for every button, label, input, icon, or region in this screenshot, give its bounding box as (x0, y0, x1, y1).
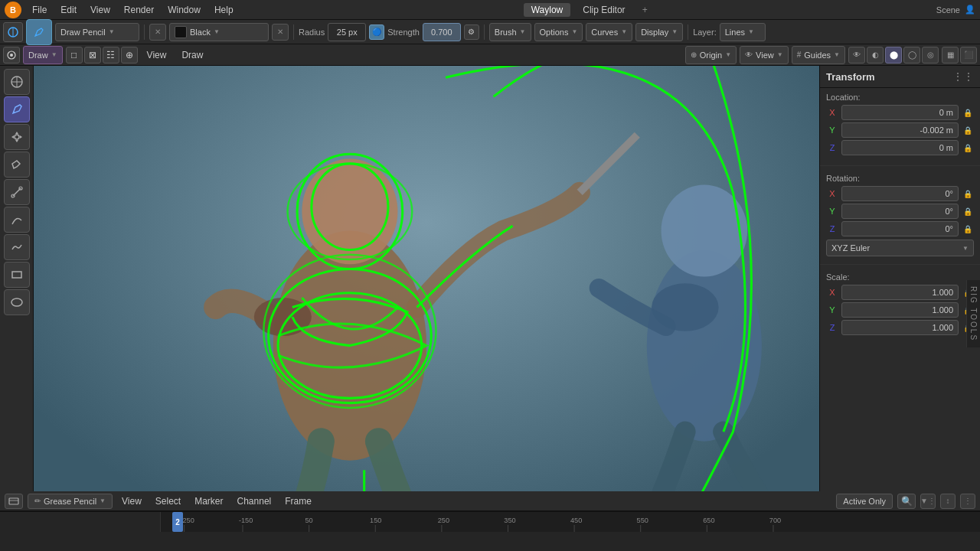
menu-view[interactable]: View (84, 3, 116, 17)
rotation-label: Rotation: (826, 174, 974, 183)
rotation-mode-selector[interactable]: XYZ Euler ▼ (826, 240, 974, 256)
color-remove-icon[interactable]: ✕ (272, 24, 289, 41)
view-layout-icon[interactable]: ▦ (942, 47, 959, 64)
active-only-toggle[interactable]: Active Only (836, 494, 893, 509)
loc-y-lock[interactable]: 🔒 (962, 126, 974, 135)
viewport-icon-3[interactable]: ☷ (103, 47, 119, 64)
shading-solid-icon[interactable]: ⬤ (885, 47, 902, 64)
visibility-icon[interactable]: 👁 (848, 47, 865, 64)
loc-z-input[interactable]: 0 m (841, 140, 959, 155)
loc-z-lock[interactable]: 🔒 (962, 144, 974, 152)
shading-icons[interactable]: ◐ (867, 47, 884, 64)
menu-window[interactable]: Window (162, 3, 207, 17)
bottom-marker-menu[interactable]: Marker (190, 494, 227, 508)
timeline-search-button[interactable]: 🔍 (897, 494, 916, 509)
rot-x-lock[interactable]: 🔒 (962, 190, 974, 198)
smooth-tool[interactable] (4, 234, 30, 260)
transform-panel: Transform ⋮⋮ Location: X 0 m 🔒 Y -0.002 … (819, 66, 980, 491)
draw-mode-selector[interactable]: Draw ▼ (23, 46, 63, 64)
curve-tool[interactable] (4, 207, 30, 233)
guides-selector[interactable]: # Guides ▼ (792, 46, 845, 64)
timeline-filter-icon[interactable]: ▼⋮ (920, 494, 936, 509)
workspace-selector[interactable]: Waylow (524, 3, 571, 17)
shading-material-icon[interactable]: ◯ (903, 47, 920, 64)
ellipse-tool[interactable] (4, 289, 30, 315)
current-frame-indicator[interactable]: 2 (172, 512, 183, 532)
menu-edit[interactable]: Edit (54, 3, 83, 17)
viewport-icon-4[interactable]: ⊕ (121, 47, 138, 64)
strength-input[interactable]: 0.700 (423, 23, 461, 41)
transform-title: Transform (826, 71, 875, 83)
svg-text:350: 350 (504, 517, 515, 524)
mode-draw-menu[interactable]: Draw (175, 48, 209, 62)
rot-z-input[interactable]: 0° (841, 221, 959, 236)
loc-x-lock[interactable]: 🔒 (962, 109, 974, 117)
bottom-select-menu[interactable]: Select (151, 494, 185, 508)
curves-selector[interactable]: Curves ▼ (586, 23, 632, 41)
scale-z-row: Z 1.000 🔒 (826, 320, 974, 335)
viewport[interactable]: Camera Perspective (2) Stroke (34, 66, 819, 491)
fill-tool[interactable] (4, 152, 30, 178)
svg-text:-150: -150 (239, 517, 253, 524)
grease-pencil-selector[interactable]: ✏ Grease Pencil ▼ (28, 494, 113, 509)
rig-tools-tab[interactable]: RIG TOOLS (966, 280, 980, 347)
svg-text:50: 50 (305, 517, 313, 524)
cursor-tool[interactable] (4, 69, 30, 95)
menu-render[interactable]: Render (118, 3, 160, 17)
bottom-view-menu[interactable]: View (117, 494, 146, 508)
draw-pencil-icon[interactable] (26, 19, 52, 45)
strength-lock-icon[interactable]: ⚙ (464, 24, 479, 40)
timeline-options-icon[interactable]: ⋮ (960, 494, 975, 509)
location-section: Location: X 0 m 🔒 Y -0.002 m 🔒 Z 0 m 🔒 (820, 88, 980, 162)
brush-selector[interactable]: Brush ▼ (489, 23, 531, 41)
rot-x-label: X (826, 189, 838, 198)
loc-x-input[interactable]: 0 m (841, 105, 959, 120)
scale-z-input[interactable]: 1.000 (841, 320, 959, 335)
rot-y-lock[interactable]: 🔒 (962, 207, 974, 216)
move-tool[interactable] (4, 124, 30, 150)
clip-editor-selector[interactable]: Clip Editor (575, 3, 632, 17)
scale-y-row: Y 1.000 🔒 (826, 302, 974, 318)
blender-logo[interactable]: B (5, 2, 21, 18)
bottom-frame-menu[interactable]: Frame (280, 494, 316, 508)
timeline-sort-icon[interactable]: ↕ (940, 494, 956, 509)
view-maximize-icon[interactable]: ⬛ (960, 47, 977, 64)
radius-lock-icon[interactable]: 🔵 (369, 24, 384, 40)
viewport-icon-2[interactable]: ⊠ (84, 47, 101, 64)
bottom-channel-menu[interactable]: Channel (233, 494, 276, 508)
scale-x-input[interactable]: 1.000 (841, 285, 959, 300)
origin-selector[interactable]: ⊕ Origin ▼ (685, 46, 737, 64)
viewport-icon-1[interactable]: □ (66, 47, 83, 64)
line-tool[interactable] (4, 179, 30, 205)
mode-view-menu[interactable]: View (141, 48, 173, 62)
ruler-area[interactable]: 2 -250 -150 50 150 250 350 (161, 512, 980, 532)
rectangle-tool[interactable] (4, 262, 30, 288)
bottom-editor-bar: ✏ Grease Pencil ▼ View Select Marker Cha… (0, 491, 980, 511)
view-selector[interactable]: 👁 View ▼ (740, 46, 789, 64)
timeline: 2 -250 -150 50 150 250 350 (0, 511, 980, 551)
loc-y-input[interactable]: -0.002 m (841, 122, 959, 138)
options-selector[interactable]: Options ▼ (534, 23, 583, 41)
mode-icon[interactable] (3, 22, 23, 42)
tool-selector[interactable]: Draw Pencil ▼ (55, 23, 139, 41)
add-editor-button[interactable]: + (638, 3, 652, 17)
panel-options-icon[interactable]: ⋮⋮ (952, 70, 974, 83)
radius-input[interactable]: 25 px (328, 23, 366, 41)
color-x-icon[interactable]: ✕ (149, 24, 166, 41)
shading-render-icon[interactable]: ◎ (922, 47, 939, 64)
rot-y-input[interactable]: 0° (841, 204, 959, 219)
svg-point-13 (11, 298, 22, 306)
menu-help[interactable]: Help (208, 3, 240, 17)
rot-z-lock[interactable]: 🔒 (962, 225, 974, 233)
editor-type-icon[interactable] (3, 47, 20, 64)
menu-file[interactable]: File (26, 3, 53, 17)
rot-x-input[interactable]: 0° (841, 186, 959, 201)
display-selector[interactable]: Display ▼ (635, 23, 683, 41)
scale-y-input[interactable]: 1.000 (841, 302, 959, 318)
pencil-tool[interactable] (4, 96, 30, 122)
layer-selector[interactable]: Lines ▼ (720, 23, 766, 41)
scale-x-row: X 1.000 🔒 (826, 285, 974, 300)
panel-header: Transform ⋮⋮ (820, 66, 980, 88)
timeline-editor-icon[interactable] (5, 494, 23, 509)
color-selector[interactable]: Black ▼ (169, 23, 269, 41)
